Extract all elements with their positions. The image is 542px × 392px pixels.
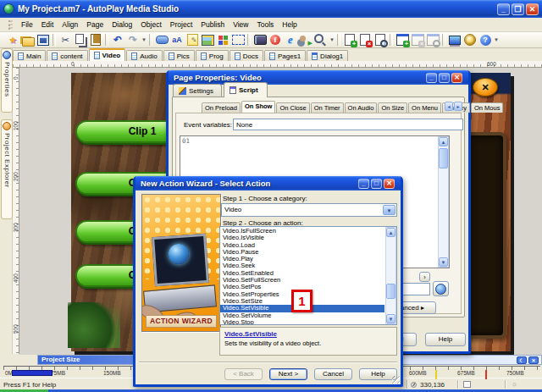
close-icon[interactable]: ✕ — [451, 73, 462, 83]
maximize-icon[interactable]: □ — [439, 73, 450, 83]
event-tab[interactable]: On Timer — [311, 102, 344, 113]
cut-icon[interactable] — [58, 33, 73, 47]
menu-item[interactable]: Page — [82, 19, 108, 30]
page-tab[interactable]: Docs — [230, 50, 263, 61]
zoom-icon[interactable] — [313, 33, 329, 47]
video-object-icon[interactable] — [252, 33, 268, 47]
menu-item[interactable]: Align — [58, 19, 82, 30]
page-tab[interactable]: Main — [13, 50, 46, 61]
copy-icon[interactable] — [73, 33, 88, 47]
action-list-item[interactable]: Video.Pause — [220, 249, 384, 256]
page-tab[interactable]: Audio — [126, 50, 162, 61]
scrollbar-thumb[interactable] — [439, 148, 448, 168]
remove-page-icon[interactable] — [357, 33, 373, 47]
tab-script[interactable]: Script — [224, 82, 268, 97]
event-tab[interactable]: On Size — [378, 102, 407, 113]
action-list-item[interactable]: Video.IsFullScreen — [220, 228, 384, 235]
close-icon[interactable]: ✕ — [526, 3, 539, 15]
category-combobox[interactable]: Video — [221, 203, 397, 217]
auto-hide-icon[interactable]: ☾ — [517, 356, 527, 364]
page-tab[interactable]: content — [47, 50, 87, 61]
back-button[interactable]: < Back — [224, 368, 263, 380]
action-list-item[interactable]: Video.SetVolume — [220, 312, 384, 319]
next-button[interactable]: Next > — [269, 368, 307, 380]
cancel-button[interactable]: Cancel — [314, 368, 352, 380]
sidebar-tab-project-explorer[interactable]: Project Explorer — [1, 119, 13, 219]
grid-toggle-icon[interactable] — [463, 381, 471, 388]
open-project-icon[interactable] — [20, 33, 36, 47]
snap-toggle-icon[interactable]: ☼ — [512, 380, 517, 388]
maximize-icon[interactable]: □ — [371, 179, 382, 189]
scroll-right-icon[interactable]: ▸ — [454, 102, 462, 111]
slideshow-object-icon[interactable] — [215, 33, 230, 47]
dropdown-arrow-icon[interactable] — [329, 33, 335, 47]
scroll-up-icon[interactable]: ▲ — [386, 228, 395, 237]
new-wizard-icon[interactable] — [5, 33, 20, 47]
action-list-item[interactable]: Video.Play — [220, 256, 384, 262]
page-tab[interactable]: Pics — [163, 50, 195, 61]
hotspot-object-icon[interactable] — [230, 33, 246, 47]
preview-dialog-icon[interactable] — [425, 33, 440, 47]
script-scrollbar[interactable]: ▲ ▼ — [438, 136, 449, 268]
event-tab[interactable]: On Preload — [202, 102, 241, 113]
chevron-down-icon[interactable] — [383, 205, 395, 215]
dropdown-arrow-icon[interactable] — [141, 33, 147, 47]
remove-dialog-icon[interactable] — [410, 33, 425, 47]
minimize-icon[interactable]: _ — [358, 179, 369, 189]
publish-user-icon[interactable] — [298, 33, 313, 47]
help-button[interactable]: Help — [425, 333, 466, 346]
button-object-icon[interactable] — [154, 33, 169, 47]
page-tab[interactable]: Pages1 — [264, 50, 306, 61]
event-tab[interactable]: On Menu — [408, 102, 441, 113]
scroll-down-icon[interactable]: ▼ — [439, 257, 448, 267]
event-tab[interactable]: On Close — [276, 102, 309, 113]
paste-icon[interactable] — [88, 33, 103, 47]
action-list-item[interactable]: Video.SetEnabled — [220, 270, 384, 277]
event-variables-field[interactable]: None — [233, 119, 463, 130]
preview-application-icon[interactable] — [447, 33, 462, 47]
resize-grip[interactable] — [392, 376, 400, 384]
build-icon[interactable] — [462, 33, 478, 47]
menu-item[interactable]: Project — [166, 19, 196, 30]
menu-item[interactable]: View — [229, 19, 252, 30]
close-icon[interactable]: ✕ — [528, 356, 539, 364]
minimize-icon[interactable]: _ — [497, 3, 510, 15]
page-tab[interactable]: Prog — [196, 50, 229, 61]
sidebar-tab-properties[interactable]: Properties — [1, 48, 13, 113]
menu-item[interactable]: File — [17, 19, 37, 30]
event-tab[interactable]: On Mous — [471, 102, 503, 113]
close-icon[interactable]: ✕ — [384, 179, 395, 189]
action-list-item[interactable]: Video.Load — [220, 242, 384, 249]
action-list-item[interactable]: Video.Seek — [220, 262, 384, 269]
menu-item[interactable]: Object — [136, 19, 166, 30]
menu-item[interactable]: Edit — [37, 19, 58, 30]
expand-button[interactable]: › — [419, 272, 430, 282]
page-tab[interactable]: Video — [89, 48, 126, 61]
restore-icon[interactable]: ❐ — [512, 3, 524, 15]
web-object-icon[interactable] — [283, 33, 298, 47]
flash-object-icon[interactable] — [268, 33, 283, 47]
list-scrollbar[interactable]: ▲ ▼ — [385, 227, 396, 324]
image-object-icon[interactable] — [200, 33, 215, 47]
add-page-icon[interactable] — [342, 33, 357, 47]
add-dialog-icon[interactable] — [395, 33, 410, 47]
scroll-left-icon[interactable]: ◂ — [445, 102, 453, 111]
label-object-icon[interactable] — [169, 33, 185, 47]
undo-icon[interactable] — [110, 33, 125, 47]
scroll-down-icon[interactable]: ▼ — [386, 314, 395, 323]
menu-item[interactable]: Tools — [252, 19, 278, 30]
paragraph-object-icon[interactable] — [185, 33, 200, 47]
dropdown-arrow-icon[interactable] — [493, 33, 500, 47]
menu-item[interactable]: Help — [278, 19, 301, 30]
preview-page-icon[interactable] — [373, 33, 388, 47]
action-help-link[interactable]: Video.SetVisible — [224, 330, 392, 338]
event-tab[interactable]: On Audio — [345, 102, 378, 113]
redo-icon[interactable] — [125, 33, 141, 47]
action-list-item[interactable]: Video.IsVisible — [220, 235, 384, 241]
globe-help-icon[interactable] — [433, 281, 449, 296]
menu-item[interactable]: Dialog — [108, 19, 136, 30]
help-icon[interactable] — [478, 33, 493, 47]
action-list-item[interactable]: Video.SetFullScreen — [220, 277, 384, 284]
menu-item[interactable]: Publish — [196, 19, 229, 30]
scrollbar-thumb[interactable] — [386, 284, 395, 299]
